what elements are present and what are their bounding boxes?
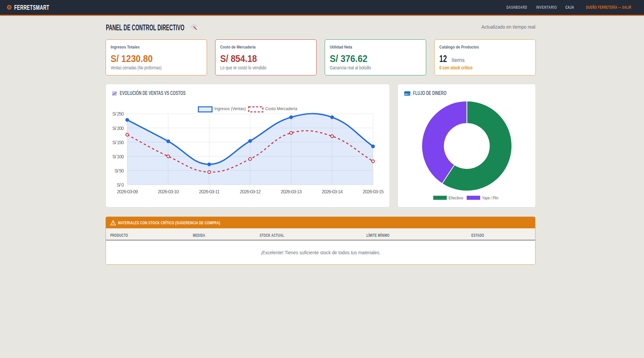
svg-text:2026-03-15: 2026-03-15 xyxy=(362,189,384,194)
svg-text:S/ 0: S/ 0 xyxy=(117,182,124,188)
svg-text:S/ 50: S/ 50 xyxy=(115,168,124,173)
svg-text:Yape / Plin: Yape / Plin xyxy=(482,195,498,200)
svg-text:2026-03-12: 2026-03-12 xyxy=(240,189,261,194)
svg-text:S/ 150: S/ 150 xyxy=(112,140,124,145)
svg-text:2026-03-10: 2026-03-10 xyxy=(158,189,179,194)
svg-text:2026-03-13: 2026-03-13 xyxy=(281,189,302,194)
svg-text:Efectivo: Efectivo xyxy=(448,195,463,200)
svg-text:S/ 200: S/ 200 xyxy=(112,126,124,131)
svg-text:S/ 250: S/ 250 xyxy=(112,111,124,117)
svg-text:S/ 100: S/ 100 xyxy=(112,154,124,159)
svg-text:2026-03-14: 2026-03-14 xyxy=(322,189,343,194)
svg-text:Costo Mercadería: Costo Mercadería xyxy=(265,106,297,111)
svg-text:2026-03-11: 2026-03-11 xyxy=(199,189,220,194)
svg-text:2026-03-09: 2026-03-09 xyxy=(117,189,138,194)
svg-text:Ingresos (Ventas): Ingresos (Ventas) xyxy=(214,106,246,111)
